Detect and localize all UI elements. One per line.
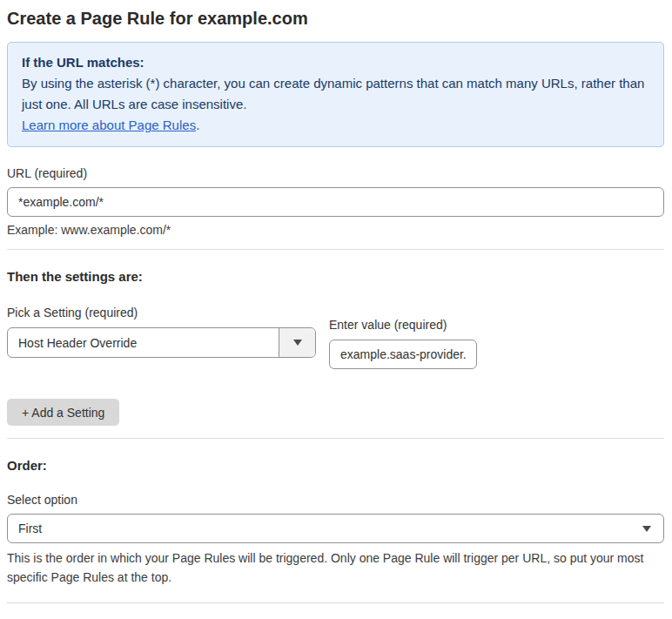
divider (7, 602, 664, 603)
order-select[interactable]: First (7, 514, 664, 543)
settings-section-heading: Then the settings are: (7, 269, 664, 285)
info-box-heading: If the URL matches: (22, 52, 649, 73)
value-field-label: Enter value (required) (329, 318, 477, 333)
learn-more-link[interactable]: Learn more about Page Rules (22, 118, 196, 132)
page-title: Create a Page Rule for example.com (7, 7, 664, 30)
add-setting-button[interactable]: + Add a Setting (7, 399, 119, 426)
info-box-body: By using the asterisk (*) character, you… (22, 73, 649, 115)
info-box-link-line: Learn more about Page Rules. (22, 115, 649, 136)
chevron-down-icon (293, 340, 302, 346)
link-suffix: . (196, 118, 199, 132)
setting-value-input[interactable] (329, 340, 477, 369)
setting-value-column: Enter value (required) (329, 306, 477, 369)
order-select-label: Select option (7, 493, 664, 508)
url-input[interactable] (7, 187, 664, 217)
url-field-label: URL (required) (7, 166, 664, 181)
order-select-value: First (8, 515, 642, 542)
chevron-down-icon (642, 526, 651, 532)
order-help-text: This is the order in which your Page Rul… (7, 548, 651, 587)
setting-select[interactable]: Host Header Override (7, 327, 316, 358)
order-select-caret-area (642, 515, 663, 542)
order-section-heading: Order: (7, 458, 664, 474)
create-page-rule-form: Create a Page Rule for example.com If th… (0, 0, 672, 619)
divider (7, 249, 664, 250)
setting-select-column: Pick a Setting (required) Host Header Ov… (7, 306, 316, 358)
setting-select-caret-segment[interactable] (279, 328, 315, 357)
url-match-info-box: If the URL matches: By using the asteris… (7, 42, 664, 147)
divider (7, 438, 664, 439)
setting-select-value: Host Header Override (8, 328, 279, 357)
settings-row: Pick a Setting (required) Host Header Ov… (7, 306, 664, 369)
url-example-text: Example: www.example.com/* (7, 223, 664, 237)
setting-select-label: Pick a Setting (required) (7, 306, 316, 320)
